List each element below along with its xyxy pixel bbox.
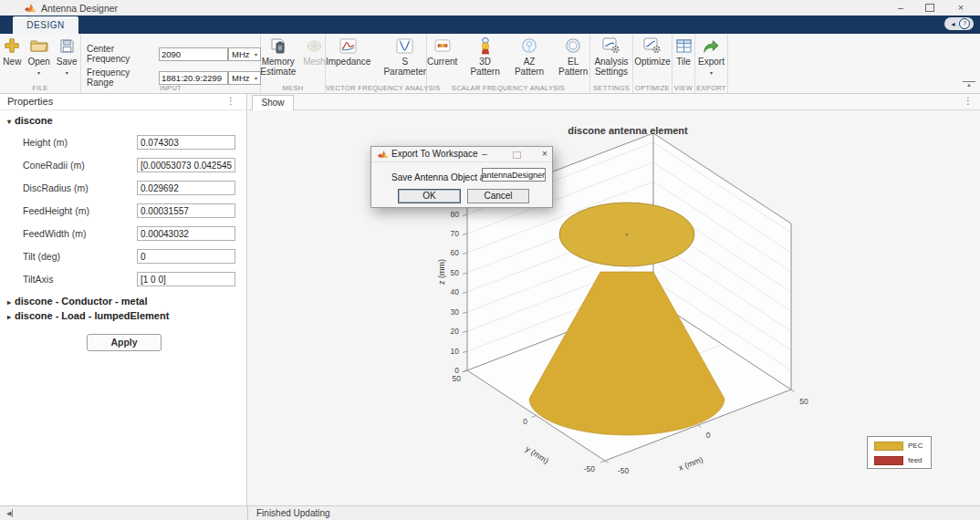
section-label-file: FILE <box>0 84 80 92</box>
height-field[interactable] <box>137 135 235 150</box>
svg-text:80: 80 <box>451 210 460 219</box>
section-label-optimize: OPTIMIZE <box>633 84 672 92</box>
help-button[interactable]: ◄ ? <box>944 17 974 30</box>
pin-up-icon: ▲ <box>963 83 975 88</box>
export-dropdown-icon[interactable]: ▾ <box>710 69 713 76</box>
current-icon <box>434 36 451 55</box>
collapse-toolstrip-button[interactable]: ▲ <box>963 81 975 88</box>
ribbon-section-scalar: Current 3D Pattern AZ Pattern <box>427 34 590 93</box>
export-button[interactable]: Export ▾ <box>698 36 725 76</box>
property-row: ConeRadii (m) <box>0 158 247 172</box>
svg-text:50: 50 <box>451 268 460 277</box>
optimize-button[interactable]: Optimize <box>634 36 670 68</box>
svg-text:20: 20 <box>451 327 460 336</box>
svg-text:-50: -50 <box>584 464 596 473</box>
expander-load[interactable]: ▸discone - Load - lumpedElement <box>7 310 169 321</box>
svg-text:50: 50 <box>453 374 462 383</box>
memory-estimate-icon <box>269 36 287 55</box>
dialog-minimize-icon[interactable]: – <box>475 147 494 161</box>
ribbon-section-input: Center Frequency MHz ▾ Frequency Range M… <box>81 34 261 93</box>
az-pattern-icon <box>521 36 537 55</box>
ribbon-section-export: Export ▾ EXPORT <box>695 34 728 93</box>
ribbon-section-vector: Impedance S Parameter VECTOR FREQUENCY A… <box>326 34 427 93</box>
open-dropdown-icon[interactable]: ▾ <box>37 69 40 76</box>
properties-menu-icon[interactable]: ⋮ <box>226 96 235 106</box>
figure-menu-icon[interactable]: ⋮ <box>964 96 973 106</box>
section-label-input: INPUT <box>81 84 260 92</box>
collapse-panel-icon[interactable]: ◀ <box>6 509 13 517</box>
analysis-settings-button[interactable]: Analysis Settings <box>591 36 631 77</box>
el-pattern-button[interactable]: EL Pattern <box>557 36 589 77</box>
property-row: DiscRadius (m) <box>0 181 247 195</box>
plot-panel[interactable]: discone antenna element 0 10 20 30 40 50… <box>248 110 980 505</box>
impedance-icon <box>339 36 357 55</box>
status-divider <box>247 506 248 520</box>
feedwidth-field[interactable] <box>137 226 235 241</box>
section-label-scalar: SCALAR FREQUENCY ANALYSIS <box>427 84 589 92</box>
property-row: FeedHeight (m) <box>0 203 247 218</box>
section-label-mesh: MESH <box>261 84 325 92</box>
mesh-button[interactable]: Mesh <box>303 36 325 68</box>
tilt-field[interactable] <box>137 249 235 264</box>
svg-text:-50: -50 <box>618 466 630 475</box>
pattern-3d-icon <box>480 36 491 55</box>
expander-conductor[interactable]: ▸discone - Conductor - metal <box>7 296 147 307</box>
svg-text:50: 50 <box>799 397 808 406</box>
window-minimize-icon[interactable]: – <box>887 0 914 16</box>
section-label-export: EXPORT <box>695 84 727 92</box>
impedance-button[interactable]: Impedance <box>326 36 370 68</box>
dialog-title-bar[interactable]: Export To Workspace – × <box>371 147 552 162</box>
apply-button[interactable]: Apply <box>87 334 162 351</box>
z-tick-labels: 0 10 20 30 40 50 60 70 80 <box>451 210 460 375</box>
tab-design[interactable]: DESIGN <box>13 16 78 34</box>
ok-button[interactable]: OK <box>398 189 461 203</box>
save-icon <box>59 36 75 55</box>
s-parameter-icon <box>396 36 413 55</box>
s-parameter-button[interactable]: S Parameter <box>383 36 426 77</box>
save-as-input[interactable]: e_antennaDesigner <box>482 168 546 182</box>
window-close-icon[interactable]: × <box>947 0 975 16</box>
discradius-field[interactable] <box>137 181 235 195</box>
group-discone[interactable]: ▾discone <box>7 115 53 126</box>
frequency-range-input[interactable] <box>159 71 228 85</box>
property-row: TiltAxis <box>0 272 247 286</box>
tiltaxis-field[interactable] <box>137 272 235 286</box>
help-arrow-icon: ◄ <box>950 21 956 27</box>
ribbon-tab-strip: DESIGN ◄ ? <box>0 16 980 34</box>
save-dropdown-icon[interactable]: ▾ <box>66 69 68 76</box>
mesh-icon <box>306 36 323 55</box>
y-axis-label: y (mm) <box>524 444 550 466</box>
open-button[interactable]: Open ▾ <box>27 36 49 76</box>
window-maximize-icon[interactable] <box>916 0 944 16</box>
pattern-3d-button[interactable]: 3D Pattern <box>468 36 501 77</box>
figure-tab-bar: Show ⋮ <box>248 94 980 110</box>
open-folder-icon <box>30 36 48 55</box>
feedheight-field[interactable] <box>137 203 235 218</box>
center-frequency-unit-select[interactable]: MHz ▾ <box>228 47 261 61</box>
az-pattern-button[interactable]: AZ Pattern <box>513 36 546 77</box>
tile-button[interactable]: Tile <box>676 36 692 68</box>
svg-text:0: 0 <box>706 431 711 440</box>
save-button[interactable]: Save ▾ <box>57 36 78 76</box>
cancel-button[interactable]: Cancel <box>467 189 529 203</box>
chevron-down-icon: ▾ <box>255 51 257 57</box>
memory-estimate-button[interactable]: Memory Estimate <box>260 36 296 77</box>
properties-title: Properties <box>7 96 53 107</box>
properties-header: Properties ⋮ <box>0 94 246 110</box>
export-icon <box>703 36 720 55</box>
svg-text:40: 40 <box>451 287 460 296</box>
title-bar: Antenna Designer – × <box>0 0 980 16</box>
current-button[interactable]: Current <box>427 36 457 68</box>
dialog-close-icon[interactable]: × <box>536 147 554 161</box>
coneradii-field[interactable] <box>137 158 235 172</box>
legend: PEC feed <box>867 436 932 469</box>
frequency-range-unit-select[interactable]: MHz ▾ <box>228 71 261 85</box>
ribbon-section-view: Tile VIEW <box>672 34 695 93</box>
new-button[interactable]: New <box>3 36 21 68</box>
center-frequency-input[interactable] <box>159 47 228 61</box>
chevron-right-icon: ▸ <box>7 313 11 321</box>
legend-item-feed: feed <box>868 454 931 466</box>
tab-show[interactable]: Show <box>252 95 294 110</box>
export-to-workspace-dialog: Export To Workspace – × Save Antenna Obj… <box>370 146 553 208</box>
properties-panel: Properties ⋮ ▾discone Height (m) ConeRad… <box>0 94 247 505</box>
